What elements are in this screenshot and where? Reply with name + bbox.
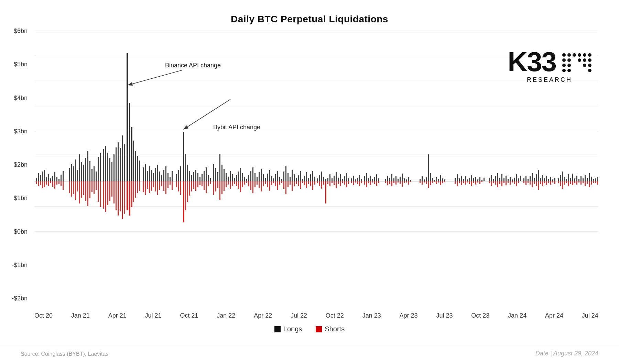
svg-rect-17 [75, 159, 76, 181]
svg-rect-290 [118, 181, 119, 216]
svg-rect-27 [96, 172, 97, 181]
svg-rect-153 [366, 173, 367, 181]
logo-dot-empty [578, 64, 581, 67]
svg-rect-132 [321, 172, 322, 181]
svg-rect-142 [342, 179, 343, 181]
svg-rect-86 [226, 173, 227, 181]
svg-rect-309 [159, 181, 160, 190]
svg-rect-293 [124, 181, 125, 214]
logo-row: K33 [508, 48, 591, 76]
svg-rect-190 [463, 179, 464, 181]
svg-rect-185 [444, 179, 445, 181]
svg-rect-104 [263, 174, 264, 181]
chart-container: Daily BTC Perpetual Liquidations $6bn $5… [0, 0, 619, 364]
binance-annotation: Binance API change [165, 62, 221, 69]
source-text: Source: Coinglass (BYBT), Laevitas [21, 351, 108, 357]
svg-rect-300 [139, 181, 140, 191]
svg-rect-462 [508, 181, 509, 183]
svg-rect-334 [215, 181, 216, 191]
svg-rect-204 [495, 176, 496, 181]
svg-rect-263 [56, 181, 57, 185]
svg-rect-469 [525, 181, 526, 185]
svg-rect-73 [197, 173, 198, 181]
svg-rect-411 [376, 181, 377, 186]
svg-rect-323 [191, 181, 192, 191]
svg-rect-465 [514, 181, 515, 184]
svg-rect-47 [139, 161, 140, 181]
x-label-jan23: Jan 23 [362, 312, 381, 319]
svg-rect-4 [44, 170, 45, 181]
svg-rect-320 [185, 181, 186, 210]
svg-rect-226 [542, 175, 543, 181]
svg-rect-328 [202, 181, 203, 186]
svg-rect-437 [442, 181, 443, 183]
logo-dot [578, 58, 581, 62]
svg-rect-433 [434, 181, 435, 182]
svg-rect-436 [440, 181, 441, 185]
svg-rect-446 [469, 181, 470, 184]
svg-rect-471 [530, 181, 531, 185]
x-axis: Oct 20 Jan 21 Apr 21 Jul 21 Oct 21 Jan 2… [34, 312, 598, 319]
svg-rect-444 [465, 181, 466, 185]
logo-dot [562, 64, 566, 67]
logo-dot-grid [562, 53, 591, 72]
svg-rect-374 [298, 181, 299, 186]
svg-rect-24 [89, 161, 90, 181]
svg-rect-154 [368, 178, 369, 181]
svg-rect-287 [111, 181, 112, 197]
svg-rect-329 [204, 181, 205, 190]
svg-rect-59 [165, 166, 166, 181]
svg-rect-46 [137, 156, 138, 181]
x-label-jul24: Jul 24 [582, 312, 598, 319]
svg-rect-371 [292, 181, 293, 191]
svg-rect-311 [163, 181, 164, 191]
svg-rect-145 [348, 178, 349, 181]
svg-rect-453 [489, 181, 490, 183]
svg-rect-378 [306, 181, 307, 188]
svg-rect-355 [259, 181, 260, 188]
svg-rect-141 [340, 174, 341, 181]
svg-rect-146 [351, 178, 352, 181]
svg-rect-390 [332, 181, 333, 183]
svg-rect-30 [103, 149, 104, 181]
svg-rect-119 [294, 174, 295, 181]
svg-rect-212 [512, 179, 513, 181]
svg-rect-52 [151, 170, 152, 181]
svg-rect-316 [176, 181, 177, 187]
svg-rect-401 [355, 181, 356, 183]
svg-rect-474 [536, 181, 537, 186]
svg-rect-217 [523, 178, 524, 181]
svg-rect-496 [583, 181, 584, 183]
svg-rect-203 [493, 179, 494, 181]
svg-rect-75 [202, 174, 203, 181]
svg-rect-412 [378, 181, 379, 183]
grid-line-neg2bn [34, 231, 598, 232]
svg-rect-210 [508, 179, 509, 181]
svg-rect-222 [534, 178, 535, 181]
svg-rect-482 [552, 181, 553, 183]
svg-rect-2 [40, 175, 41, 181]
svg-rect-87 [228, 177, 229, 181]
svg-rect-198 [479, 177, 480, 181]
svg-rect-421 [402, 181, 403, 187]
svg-rect-362 [273, 181, 274, 183]
y-label-4bn: $4bn [14, 95, 28, 102]
svg-rect-498 [587, 181, 588, 184]
svg-rect-368 [285, 181, 286, 194]
svg-rect-242 [576, 176, 577, 181]
svg-rect-348 [244, 181, 245, 185]
svg-rect-211 [510, 177, 511, 181]
svg-rect-111 [277, 171, 278, 181]
svg-rect-335 [217, 181, 218, 188]
svg-rect-445 [467, 181, 468, 183]
svg-rect-384 [319, 181, 320, 186]
svg-rect-137 [332, 178, 333, 181]
x-label-apr23: Apr 23 [400, 312, 418, 319]
svg-rect-356 [261, 181, 262, 191]
svg-rect-489 [568, 181, 569, 186]
svg-rect-382 [314, 181, 315, 185]
svg-rect-399 [351, 181, 352, 183]
svg-rect-41 [127, 53, 128, 181]
svg-rect-279 [94, 181, 95, 194]
svg-rect-277 [89, 181, 90, 198]
